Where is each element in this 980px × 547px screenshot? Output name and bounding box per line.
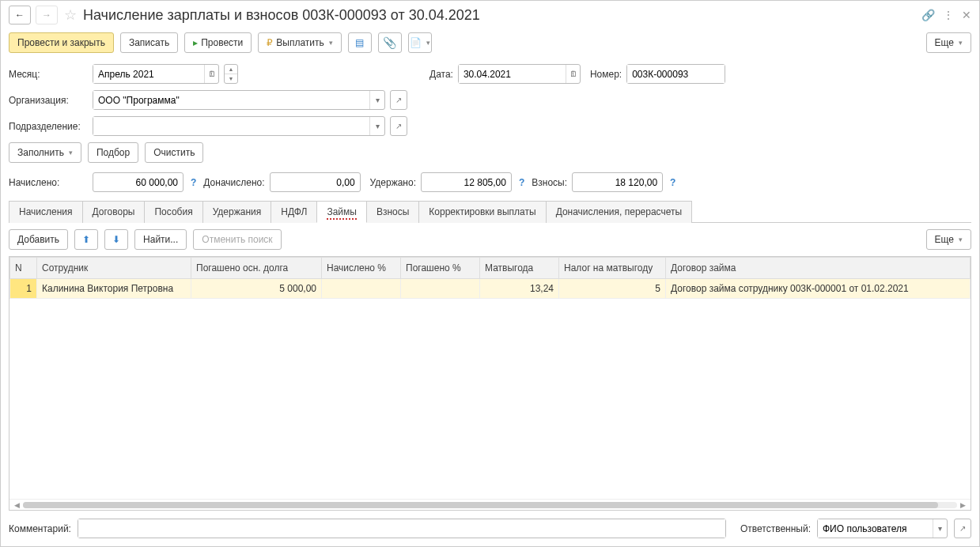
pick-button[interactable]: Подбор [88,142,138,163]
close-icon[interactable]: ✕ [962,9,971,21]
report-button[interactable]: ▤ [348,32,372,53]
more-button[interactable]: Еще ▾ [926,32,971,53]
tab-recalc[interactable]: Доначисления, перерасчеты [546,201,692,223]
paperclip-icon: 📎 [383,36,396,49]
chevron-down-icon: ▾ [426,39,430,47]
tab-deductions[interactable]: Удержания [202,201,272,223]
horizontal-scrollbar[interactable]: ◀ ▶ [9,499,971,510]
report-icon: ▤ [355,37,364,48]
tab-more-button[interactable]: Еще ▾ [926,229,971,250]
kebab-menu-icon[interactable]: ⋮ [943,9,954,21]
cell-accr-pct[interactable] [322,279,401,299]
post-and-close-button[interactable]: Провести и закрыть [9,32,114,53]
extra-label: Доначислено: [203,177,264,188]
move-up-button[interactable]: ⬆ [74,229,98,250]
loans-table: N Сотрудник Погашено осн. долга Начислен… [9,256,971,511]
extra-input[interactable] [270,172,361,192]
withheld-input[interactable] [421,172,512,192]
cell-contract[interactable]: Договор займа сотруднику 003К-000001 от … [666,279,971,299]
date-input[interactable] [459,65,566,83]
chevron-down-icon[interactable]: ▾ [369,117,384,135]
cell-n[interactable]: 1 [10,279,37,299]
cell-principal[interactable]: 5 000,00 [191,279,322,299]
post-button-label: Провести [201,37,243,48]
cell-paid-pct[interactable] [401,279,480,299]
help-icon[interactable]: ? [516,177,527,188]
find-button[interactable]: Найти... [134,229,187,250]
chevron-down-icon: ▾ [959,39,963,47]
tab-benefits[interactable]: Пособия [144,201,202,223]
org-open-button[interactable]: ↗ [390,90,407,110]
contrib-input[interactable] [572,172,663,192]
month-label: Месяц: [9,69,88,80]
tab-contributions[interactable]: Взносы [366,201,419,223]
tab-more-label: Еще [935,234,954,245]
month-step-up[interactable]: ▲ [225,65,237,74]
post-button[interactable]: ▸ Провести [184,32,252,53]
chevron-down-icon[interactable]: ▾ [369,91,384,109]
clear-button[interactable]: Очистить [145,142,203,163]
help-icon[interactable]: ? [188,177,199,188]
accrued-input[interactable] [93,172,184,192]
tab-contracts[interactable]: Договоры [82,201,146,223]
dept-input[interactable] [93,117,369,135]
move-down-button[interactable]: ⬇ [104,229,128,250]
arrow-up-icon: ⬆ [82,234,90,245]
number-label: Номер: [590,69,622,80]
tab-corrections[interactable]: Корректировки выплаты [418,201,546,223]
nav-forward-button[interactable]: → [36,6,58,25]
chevron-down-icon: ▾ [959,236,963,243]
col-principal[interactable]: Погашено осн. долга [191,258,322,279]
link-icon[interactable]: 🔗 [921,9,935,21]
chevron-down-icon: ▾ [69,149,73,157]
calendar-icon[interactable]: 🗓 [566,65,580,83]
responsible-open-button[interactable]: ↗ [954,519,971,538]
attach-button[interactable]: 📎 [378,32,402,53]
calendar-icon[interactable]: 🗓 [204,65,218,83]
add-row-button[interactable]: Добавить [9,229,68,250]
number-input[interactable] [627,65,725,83]
tab-loans[interactable]: Займы [316,201,367,223]
contrib-label: Взносы: [532,177,567,188]
col-paid-pct[interactable]: Погашено % [401,258,480,279]
responsible-input[interactable] [818,519,933,538]
dept-open-button[interactable]: ↗ [390,116,407,136]
help-icon[interactable]: ? [668,177,678,188]
nav-back-button[interactable]: ← [9,6,31,25]
col-contract[interactable]: Договор займа [666,258,971,279]
cell-benefit[interactable]: 13,24 [480,279,559,299]
arrow-down-icon: ⬇ [112,234,120,245]
col-tax[interactable]: Налог на матвыгоду [559,258,666,279]
save-button[interactable]: Записать [120,32,178,53]
favorite-star-icon[interactable]: ☆ [64,6,77,24]
col-n[interactable]: N [10,258,37,279]
col-accr-pct[interactable]: Начислено % [322,258,401,279]
pay-icon: ₽ [267,37,273,48]
month-input[interactable] [93,65,204,83]
col-employee[interactable]: Сотрудник [37,258,191,279]
month-step-down[interactable]: ▼ [225,74,237,83]
chevron-down-icon: ▾ [329,39,333,47]
create-based-on-icon: 📄 [410,37,422,48]
col-benefit[interactable]: Матвыгода [480,258,559,279]
scroll-right-icon[interactable]: ▶ [960,501,966,509]
post-icon: ▸ [193,37,198,48]
fill-button-label: Заполнить [17,147,64,158]
table-row[interactable]: 1 Калинина Виктория Петровна 5 000,00 13… [10,279,971,299]
org-input[interactable] [93,91,369,109]
create-based-on-button[interactable]: 📄 ▾ [408,32,432,53]
accrued-label: Начислено: [9,177,88,188]
cell-tax[interactable]: 5 [559,279,666,299]
fill-button[interactable]: Заполнить ▾ [9,142,81,163]
tab-accruals[interactable]: Начисления [9,201,83,223]
scroll-left-icon[interactable]: ◀ [14,501,20,509]
cell-employee[interactable]: Калинина Виктория Петровна [37,279,191,299]
comment-input[interactable] [78,519,725,538]
cancel-search-button[interactable]: Отменить поиск [193,229,281,250]
chevron-down-icon[interactable]: ▾ [933,519,947,538]
dept-label: Подразделение: [9,121,88,132]
comment-label: Комментарий: [9,523,71,534]
tab-ndfl[interactable]: НДФЛ [271,201,317,223]
pay-button[interactable]: ₽ Выплатить ▾ [258,32,342,53]
tabs: Начисления Договоры Пособия Удержания НД… [9,200,971,223]
